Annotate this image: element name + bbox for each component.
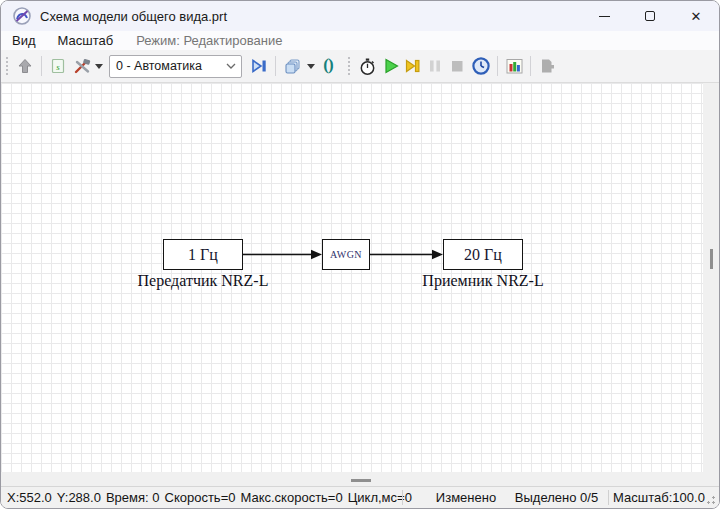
toolbar-grip[interactable] bbox=[347, 56, 351, 76]
layers-icon bbox=[283, 57, 302, 76]
status-left-panel: X:552.0 Y:288.0 Время: 0 Скорость=0 Макс… bbox=[7, 487, 412, 508]
stopwatch-icon bbox=[358, 57, 377, 76]
transmitter-block[interactable]: 1 Гц bbox=[163, 239, 243, 270]
maximize-icon bbox=[645, 11, 655, 21]
vertical-scrollbar-thumb[interactable] bbox=[710, 249, 713, 269]
block-mode-combobox[interactable]: 0 - Автоматика bbox=[109, 55, 242, 78]
tools-dropdown-caret[interactable] bbox=[93, 53, 105, 79]
pause-icon bbox=[427, 57, 443, 75]
run-button[interactable] bbox=[380, 53, 402, 79]
charts-button[interactable] bbox=[501, 53, 527, 79]
awgn-channel-block[interactable]: AWGN bbox=[322, 239, 370, 270]
layers-dropdown-caret[interactable] bbox=[305, 53, 317, 79]
timer-settings-button[interactable] bbox=[468, 53, 494, 79]
status-separator bbox=[402, 490, 403, 505]
resize-grip[interactable] bbox=[704, 493, 716, 505]
bar-chart-icon bbox=[505, 57, 524, 76]
caption-buttons: ✕ bbox=[581, 1, 719, 31]
stop-icon bbox=[449, 57, 465, 75]
play-icon bbox=[383, 57, 400, 75]
up-level-button[interactable] bbox=[12, 53, 38, 79]
status-coord-x: X:552.0 bbox=[7, 490, 52, 505]
toolbar-separator bbox=[41, 56, 42, 76]
pause-button[interactable] bbox=[424, 53, 446, 79]
combobox-value: 0 - Автоматика bbox=[110, 59, 221, 73]
script-icon: s bbox=[49, 57, 67, 75]
horizontal-scrollbar-thumb[interactable] bbox=[351, 479, 371, 482]
status-selected: Выделено 0/5 bbox=[509, 487, 604, 508]
awgn-label: AWGN bbox=[330, 249, 362, 260]
receiver-block[interactable]: 20 Гц bbox=[443, 239, 523, 270]
close-button[interactable]: ✕ bbox=[673, 1, 719, 31]
up-arrow-icon bbox=[16, 57, 34, 75]
layers-button[interactable] bbox=[279, 53, 305, 79]
menu-mode-label: Режим: Редактирование bbox=[124, 33, 294, 48]
toolbar-separator bbox=[275, 56, 276, 76]
step-into-button[interactable] bbox=[246, 53, 272, 79]
window-title: Схема модели общего вида.prt bbox=[40, 9, 227, 24]
report-button[interactable] bbox=[534, 53, 560, 79]
script-button[interactable]: s bbox=[45, 53, 71, 79]
maximize-button[interactable] bbox=[627, 1, 673, 31]
status-zoom: Масштаб:100.0 bbox=[613, 487, 705, 508]
status-coord-y: Y:288.0 bbox=[57, 490, 101, 505]
menu-scale[interactable]: Масштаб bbox=[47, 31, 125, 50]
run-to-end-button[interactable] bbox=[402, 53, 424, 79]
status-separator bbox=[608, 490, 609, 505]
tools-icon bbox=[73, 57, 92, 76]
receiver-value: 20 Гц bbox=[464, 246, 502, 264]
svg-text:s: s bbox=[56, 62, 60, 72]
vertical-scrollbar[interactable] bbox=[703, 83, 719, 472]
parameters-button[interactable]: () bbox=[317, 53, 339, 79]
toolbar-separator bbox=[530, 56, 531, 76]
status-time: Время: 0 bbox=[106, 490, 160, 505]
report-icon bbox=[538, 57, 556, 75]
transmitter-caption: Передатчик NRZ-L bbox=[133, 272, 273, 290]
receiver-caption: Приемник NRZ-L bbox=[413, 272, 553, 290]
status-modified: Изменено bbox=[426, 487, 506, 508]
model-canvas[interactable]: 1 Гц AWGN 20 Гц Передатчик NRZ-L Приемни… bbox=[1, 83, 719, 488]
menu-view[interactable]: Вид bbox=[1, 31, 47, 50]
status-speed: Скорость=0 bbox=[165, 490, 236, 505]
skip-to-end-icon bbox=[404, 57, 422, 75]
title-bar: Схема модели общего вида.prt ✕ bbox=[1, 1, 719, 31]
stop-button[interactable] bbox=[446, 53, 468, 79]
status-bar: X:552.0 Y:288.0 Время: 0 Скорость=0 Макс… bbox=[1, 486, 719, 508]
connection-wires bbox=[1, 83, 703, 472]
grid-area[interactable]: 1 Гц AWGN 20 Гц Передатчик NRZ-L Приемни… bbox=[1, 83, 703, 472]
transmitter-value: 1 Гц bbox=[188, 246, 218, 264]
tools-button[interactable] bbox=[71, 53, 93, 79]
close-icon: ✕ bbox=[691, 10, 702, 23]
app-logo-icon bbox=[12, 6, 32, 26]
stopwatch-button[interactable] bbox=[354, 53, 380, 79]
parentheses-icon: () bbox=[323, 55, 332, 77]
minimize-button[interactable] bbox=[581, 1, 627, 31]
toolbar-separator bbox=[497, 56, 498, 76]
minimize-icon bbox=[599, 16, 610, 17]
clock-icon bbox=[471, 56, 491, 76]
menu-bar: Вид Масштаб Режим: Редактирование bbox=[1, 31, 719, 50]
step-into-icon bbox=[249, 57, 269, 75]
toolbar-grip[interactable] bbox=[5, 56, 9, 76]
toolbar: s 0 - Автоматика bbox=[1, 50, 719, 83]
chevron-down-icon bbox=[221, 63, 241, 69]
app-window: Схема модели общего вида.prt ✕ Вид Масшт… bbox=[0, 0, 720, 509]
status-max-speed: Макс.скорость=0 bbox=[240, 490, 342, 505]
